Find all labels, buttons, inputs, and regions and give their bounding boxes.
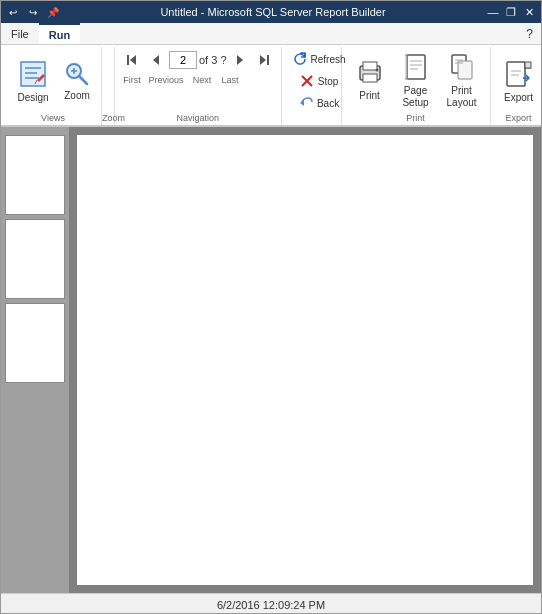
svg-marker-9 [130,55,136,65]
page-thumbnail-3[interactable] [5,303,65,383]
nav-labels-row: First Previous Next Last [121,75,241,85]
stop-icon [299,73,315,89]
svg-marker-11 [153,55,159,65]
print-label: Print [359,90,380,101]
report-page [77,135,533,585]
svg-rect-22 [407,55,425,79]
ribbon-group-views: Design Zoom Views [5,47,102,125]
svg-rect-27 [458,61,472,79]
page-number-input[interactable] [169,51,197,69]
window-title: Untitled - Microsoft SQL Server Report B… [61,6,485,18]
page-setup-icon [400,51,432,83]
export-group-label: Export [491,113,542,123]
design-label: Design [17,92,48,103]
svg-rect-10 [127,55,129,65]
svg-rect-19 [363,74,377,82]
svg-marker-13 [260,55,266,65]
print-label-group: Print [342,113,490,123]
previous-label: Previous [147,75,185,85]
refresh-label: Refresh [311,54,346,65]
svg-rect-20 [363,62,377,70]
first-page-button[interactable] [121,49,143,71]
page-of-text: of 3 ? [199,54,227,66]
quick-access-pin[interactable]: 📌 [45,4,61,20]
back-label: Back [317,98,339,109]
refresh-button[interactable]: Refresh [288,49,350,69]
restore-button[interactable]: ❐ [503,4,519,20]
page-setup-label: Page Setup [396,85,436,109]
close-button[interactable]: ✕ [521,4,537,20]
ribbon-group-export: Export Export [491,47,542,125]
stop-label: Stop [318,76,339,87]
svg-rect-14 [267,55,269,65]
page-setup-button[interactable]: Page Setup [394,49,438,111]
page-thumbnail-1[interactable] [5,135,65,215]
svg-point-21 [375,68,378,71]
ribbon: Design Zoom Views Zoom [1,45,541,127]
stop-button[interactable]: Stop [295,71,343,91]
design-button[interactable]: Design [11,51,55,109]
content-area [1,127,541,593]
zoom-icon [63,60,91,88]
svg-line-6 [79,76,87,84]
refresh-icon [292,51,308,67]
page-sidebar [1,127,69,593]
back-icon [298,95,314,111]
views-label: Views [5,113,101,123]
svg-rect-0 [21,62,45,86]
print-icon [354,56,386,88]
export-button[interactable]: Export [497,51,541,109]
ribbon-group-refresh: Refresh Stop Back [282,47,342,125]
window-controls: — ❐ ✕ [485,4,537,20]
refresh-group-content: Refresh Stop Back [288,49,350,127]
zoom-button[interactable]: Zoom [59,51,95,109]
previous-page-button[interactable] [145,49,167,71]
help-icon[interactable]: ? [518,23,541,44]
title-bar: ↩ ↪ 📌 Untitled - Microsoft SQL Server Re… [1,1,541,23]
page-thumbnail-2[interactable] [5,219,65,299]
export-label: Export [504,92,533,103]
zoom-label: Zoom [64,90,90,101]
title-bar-left: ↩ ↪ 📌 [5,4,61,20]
ribbon-group-navigation: of 3 ? First Previous Next Last [115,47,282,125]
print-layout-icon [446,51,478,83]
status-datetime: 6/2/2016 12:09:24 PM [217,599,325,611]
ribbon-group-zoom: Zoom [102,47,115,125]
print-button[interactable]: Print [348,49,392,107]
navigation-label: Navigation [115,113,281,123]
next-page-button[interactable] [229,49,251,71]
last-page-button[interactable] [253,49,275,71]
svg-rect-30 [507,62,525,86]
last-label: Last [219,75,241,85]
zoom-group-label: Zoom [102,113,114,123]
menu-tab-run[interactable]: Run [39,23,80,44]
menu-tab-file[interactable]: File [1,23,39,44]
next-label: Next [189,75,215,85]
quick-access-redo[interactable]: ↪ [25,4,41,20]
print-layout-button[interactable]: Print Layout [440,49,484,111]
back-button[interactable]: Back [294,93,343,113]
export-icon [503,58,535,90]
minimize-button[interactable]: — [485,4,501,20]
design-icon [17,58,49,90]
menu-bar: File Run ? [1,23,541,45]
quick-access-undo[interactable]: ↩ [5,4,21,20]
first-label: First [121,75,143,85]
status-bar: 6/2/2016 12:09:24 PM [1,593,541,614]
svg-marker-12 [237,55,243,65]
svg-rect-32 [525,62,531,68]
navigation-row: of 3 ? [121,49,275,71]
ribbon-group-print: Print Page Setup [342,47,491,125]
print-layout-label: Print Layout [442,85,482,109]
